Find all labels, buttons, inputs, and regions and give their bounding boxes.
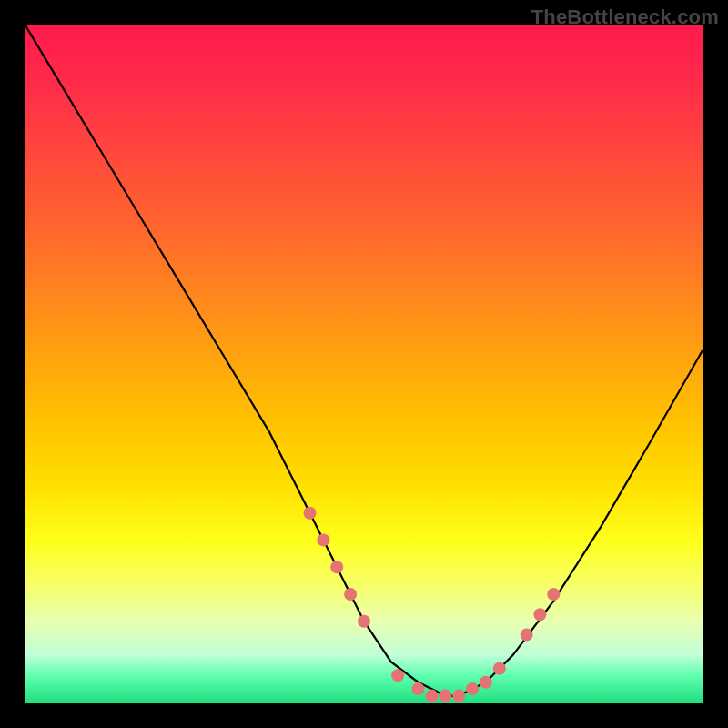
curve-marker [466, 682, 479, 695]
curve-marker [304, 507, 317, 520]
curve-marker [317, 533, 329, 546]
watermark-text: TheBottleneck.com [531, 5, 719, 29]
curve-marker [391, 669, 404, 682]
curve-marker [344, 588, 357, 601]
curve-marker [521, 629, 533, 642]
curve-marker [439, 690, 451, 703]
curve-markers [304, 507, 561, 703]
plot-area [25, 25, 703, 703]
curve-marker [330, 561, 343, 573]
curve-marker [412, 682, 425, 695]
curve-marker [533, 608, 546, 621]
curve-marker [425, 690, 438, 703]
curve-marker [493, 662, 506, 675]
chart-svg [25, 25, 703, 703]
curve-marker [547, 588, 560, 601]
curve-marker [358, 615, 370, 628]
bottleneck-curve [25, 25, 703, 696]
curve-marker [452, 690, 465, 703]
curve-marker [480, 676, 492, 689]
